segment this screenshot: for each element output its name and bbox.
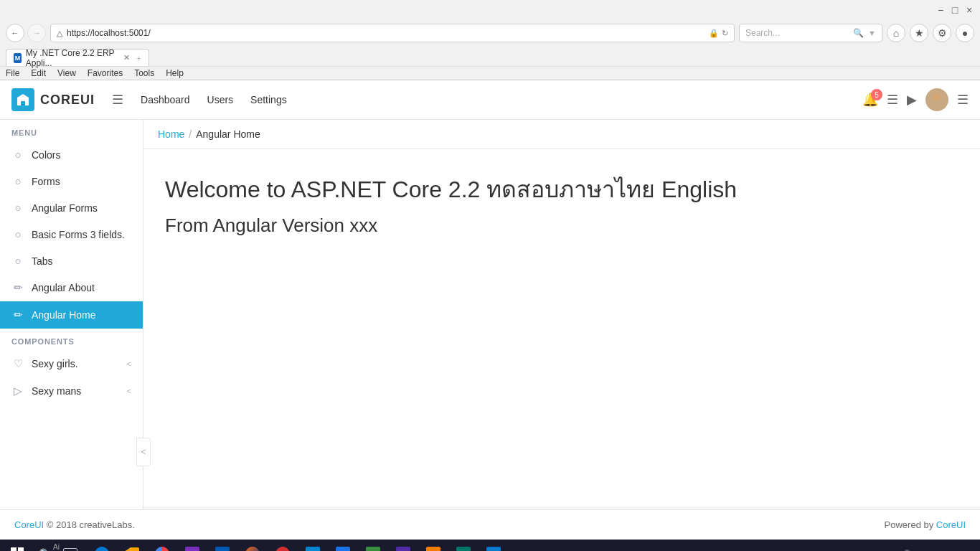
taskbar-app9-icon[interactable] xyxy=(449,540,478,551)
taskbar-task-view[interactable] xyxy=(57,540,86,551)
taskbar-app2-icon[interactable]: M xyxy=(208,540,237,551)
settings-icon[interactable]: ⚙ xyxy=(933,24,951,42)
taskbar-notification-icon[interactable]: ▢ xyxy=(962,548,971,551)
close-button[interactable]: × xyxy=(964,5,974,15)
forward-button[interactable]: → xyxy=(27,24,46,42)
logo-text: COREUI xyxy=(40,93,95,108)
angular-about-icon: ✏ xyxy=(11,281,24,294)
menu-view[interactable]: View xyxy=(57,68,76,78)
taskbar-app5-icon[interactable]: ie xyxy=(329,540,357,551)
notification-badge: 5 xyxy=(871,89,882,100)
footer-copy: © 2018 creativeLabs. xyxy=(47,519,135,530)
start-button[interactable] xyxy=(3,540,32,551)
basic-forms-icon: ○ xyxy=(11,228,24,240)
svg-point-0 xyxy=(933,93,941,101)
footer-powered: Powered by CoreUI xyxy=(885,519,966,530)
taskbar-chrome-icon[interactable] xyxy=(148,540,176,551)
logo: COREUI xyxy=(11,88,95,111)
sidebar-label-angular-about: Angular About xyxy=(32,282,131,293)
taskbar-app6-icon[interactable] xyxy=(359,540,387,551)
back-button[interactable]: ← xyxy=(6,24,24,42)
sidebar-item-basic-forms[interactable]: ○ Basic Forms 3 fields. xyxy=(0,221,143,248)
home-icon[interactable]: ⌂ xyxy=(887,24,905,42)
taskbar-vscode-icon[interactable]: </> xyxy=(479,540,508,551)
list-icon-button[interactable]: ☰ xyxy=(887,92,898,108)
avatar[interactable] xyxy=(925,88,948,111)
search-dropdown-icon: ▼ xyxy=(868,29,876,37)
menu-file[interactable]: File xyxy=(6,68,19,78)
page-heading-1: Welcome to ASP.NET Core 2.2 ทดสอบภาษาไทย… xyxy=(165,171,958,207)
sexy-girls-chevron: < xyxy=(127,359,131,368)
taskbar: 🔍 e VS M ◯ xyxy=(0,540,980,551)
maximize-button[interactable]: □ xyxy=(950,5,960,15)
refresh-icon: ↻ xyxy=(722,29,728,38)
sidebar-collapse-button[interactable]: < xyxy=(136,438,151,466)
taskbar-app8-icon[interactable] xyxy=(419,540,448,551)
sidebar-item-sexy-girls[interactable]: ♡ Sexy girls. < xyxy=(0,350,143,377)
colors-icon: ○ xyxy=(11,149,24,161)
menu-tools[interactable]: Tools xyxy=(134,68,154,78)
more-icon[interactable]: ● xyxy=(956,24,974,42)
breadcrumb-separator: / xyxy=(189,128,192,140)
app-header: COREUI ☰ Dashboard Users Settings 🔔 5 ☰ … xyxy=(0,80,980,120)
taskbar-firefox-icon[interactable] xyxy=(238,540,267,551)
sidebar-label-sexy-girls: Sexy girls. xyxy=(32,358,120,369)
hamburger-menu-button[interactable]: ☰ xyxy=(957,92,969,108)
breadcrumb-home[interactable]: Home xyxy=(158,128,184,140)
menu-edit[interactable]: Edit xyxy=(31,68,46,78)
sexy-girls-icon: ♡ xyxy=(11,357,24,370)
nav-settings[interactable]: Settings xyxy=(250,91,287,108)
taskbar-edge-icon[interactable]: e xyxy=(88,540,116,551)
sidebar-item-angular-home[interactable]: ✏ Angular Home xyxy=(0,301,143,329)
breadcrumb-current: Angular Home xyxy=(196,128,260,140)
tab-favicon: M xyxy=(14,53,22,63)
taskbar-system-tray: ▲ ⎘ 🔊 ENG 20:51 ▢ xyxy=(877,548,977,551)
sidebar-item-colors[interactable]: ○ Colors xyxy=(0,141,143,168)
taskbar-explorer-icon[interactable] xyxy=(118,540,146,551)
notification-button[interactable]: 🔔 5 xyxy=(862,92,878,108)
main-content: Home / Angular Home Welcome to ASP.NET C… xyxy=(143,120,980,509)
sexy-mans-chevron: < xyxy=(127,387,131,395)
favorites-icon[interactable]: ★ xyxy=(910,24,928,42)
tab-close-icon[interactable]: ✕ xyxy=(123,53,130,62)
minimize-button[interactable]: − xyxy=(936,5,946,15)
header-nav: Dashboard Users Settings xyxy=(141,91,851,108)
logo-icon xyxy=(11,88,34,111)
tabs-icon: ○ xyxy=(11,255,24,267)
sidebar-label-sexy-mans: Sexy mans xyxy=(32,385,120,397)
nav-dashboard[interactable]: Dashboard xyxy=(141,91,190,108)
taskbar-icons: e VS M ◯ ie xyxy=(57,540,875,551)
browser-tab[interactable]: M My .NET Core 2.2 ERP Appli... ✕ + xyxy=(6,49,149,66)
sidebar-label-tabs: Tabs xyxy=(32,255,131,267)
sidebar-label-basic-forms: Basic Forms 3 fields. xyxy=(32,229,131,240)
search-icon: 🔍 xyxy=(853,28,864,38)
nav-users[interactable]: Users xyxy=(207,91,234,108)
address-bar[interactable]: △ https://localhost:5001/ 🔒 ↻ xyxy=(50,24,735,42)
sidebar-toggle-button[interactable]: ☰ xyxy=(106,89,129,110)
sidebar-label-forms: Forms xyxy=(32,176,131,187)
sidebar-item-angular-about[interactable]: ✏ Angular About xyxy=(0,274,143,301)
header-actions: 🔔 5 ☰ ▶ ☰ xyxy=(862,88,969,111)
location-icon-button[interactable]: ▶ xyxy=(907,92,917,108)
lock-icon: 🔒 xyxy=(709,29,719,38)
angular-home-icon: ✏ xyxy=(11,309,24,321)
menu-favorites[interactable]: Favorites xyxy=(88,68,123,78)
sidebar-item-forms[interactable]: ○ Forms xyxy=(0,168,143,194)
sidebar: MENU ○ Colors ○ Forms ○ Angular Forms xyxy=(0,120,143,509)
sidebar-item-angular-forms[interactable]: ○ Angular Forms xyxy=(0,194,143,221)
sidebar-item-sexy-mans[interactable]: ▷ Sexy mans < xyxy=(0,377,143,405)
sidebar-item-tabs[interactable]: ○ Tabs xyxy=(0,248,143,274)
app-footer: CoreUI © 2018 creativeLabs. Powered by C… xyxy=(0,509,980,540)
footer-powered-link[interactable]: CoreUI xyxy=(936,519,966,530)
taskbar-app4-icon[interactable] xyxy=(298,540,327,551)
taskbar-app7-icon[interactable] xyxy=(389,540,418,551)
url-text: https://localhost:5001/ xyxy=(67,28,705,38)
footer-brand-link[interactable]: CoreUI xyxy=(14,519,44,530)
ai-label: Ai xyxy=(53,543,60,551)
search-bar[interactable]: Search... 🔍 ▼ xyxy=(739,24,882,42)
taskbar-app3-icon[interactable]: ◯ xyxy=(268,540,297,551)
taskbar-vs-icon[interactable]: VS xyxy=(178,540,207,551)
menu-help[interactable]: Help xyxy=(166,68,184,78)
tab-new-icon[interactable]: + xyxy=(137,54,141,62)
sexy-mans-icon: ▷ xyxy=(11,385,24,397)
